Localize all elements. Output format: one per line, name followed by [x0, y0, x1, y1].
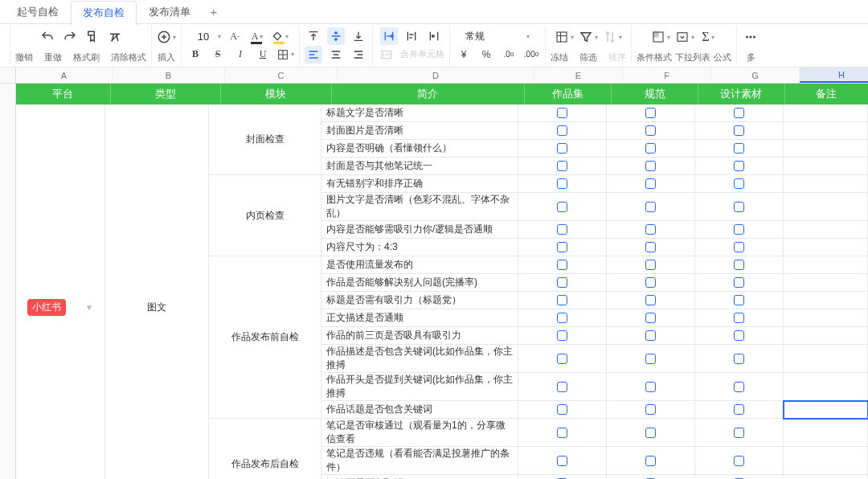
cell-checkbox[interactable] — [607, 239, 695, 256]
checkbox-icon[interactable] — [645, 108, 656, 118]
cell-desc[interactable]: 标题是否需有吸引力（标题党） — [321, 292, 518, 309]
clear-format-button[interactable] — [106, 28, 124, 46]
cell-checkbox[interactable] — [518, 327, 607, 345]
cell-checkbox[interactable] — [695, 122, 784, 140]
cell-checkbox[interactable] — [607, 327, 695, 345]
checkbox-icon[interactable] — [645, 313, 656, 323]
col-E[interactable]: E — [534, 68, 623, 83]
checkbox-icon[interactable] — [734, 313, 744, 323]
currency-button[interactable]: ¥ — [455, 46, 473, 63]
cell-checkbox[interactable] — [607, 221, 695, 239]
cell-checkbox[interactable] — [695, 175, 784, 193]
checkbox-icon[interactable] — [557, 224, 567, 235]
wrap-clip-button[interactable] — [425, 27, 443, 45]
checkbox-icon[interactable] — [557, 108, 567, 118]
undo-button[interactable] — [39, 28, 56, 46]
formula-button[interactable]: Σ▾ — [699, 28, 717, 46]
dropdown-icon[interactable]: ▼ — [85, 303, 93, 312]
decrease-font-button[interactable]: A- — [226, 27, 244, 45]
hdr-desc[interactable]: 简介 — [332, 84, 525, 104]
hdr-spec[interactable]: 规范 — [612, 84, 698, 104]
cell-checkbox[interactable] — [518, 345, 607, 373]
cell-remark[interactable] — [784, 175, 868, 193]
border-button[interactable]: ▾ — [276, 46, 294, 63]
checkbox-icon[interactable] — [645, 404, 656, 415]
cell-platform[interactable]: 小红书 ▼ — [16, 104, 105, 479]
cell-checkbox[interactable] — [607, 401, 695, 419]
add-tab-button[interactable]: + — [203, 5, 225, 18]
cell-desc[interactable]: 内容是否能够需吸引力你/逻辑是否通顺 — [321, 221, 518, 239]
checkbox-icon[interactable] — [557, 125, 567, 136]
cell-checkbox[interactable] — [607, 274, 695, 292]
cell-desc[interactable]: 作品开头是否提到关键词(比如作品集，你主推搏 — [321, 373, 518, 401]
cell-checkbox[interactable] — [518, 447, 607, 475]
insert-button[interactable]: ▾ — [157, 28, 176, 46]
cell-desc[interactable]: 封面是否与其他笔记统一 — [321, 158, 518, 175]
cell-checkbox[interactable] — [695, 256, 784, 274]
checkbox-icon[interactable] — [734, 224, 744, 235]
valign-top-button[interactable] — [305, 27, 322, 45]
checkbox-icon[interactable] — [734, 456, 744, 466]
checkbox-icon[interactable] — [734, 382, 744, 392]
cell-remark[interactable] — [784, 419, 868, 447]
col-D[interactable]: D — [338, 68, 534, 83]
cell-checkbox[interactable] — [607, 373, 695, 401]
checkbox-icon[interactable] — [557, 178, 567, 189]
checkbox-icon[interactable] — [557, 143, 567, 154]
cell-remark[interactable] — [784, 122, 868, 140]
hdr-type[interactable]: 类型 — [111, 84, 221, 104]
cell-checkbox[interactable] — [607, 140, 695, 158]
cell-desc[interactable]: 封面图片是否清晰 — [321, 122, 518, 140]
checkbox-icon[interactable] — [734, 260, 744, 270]
cell-checkbox[interactable] — [607, 419, 695, 447]
spreadsheet-grid[interactable]: 平台 类型 模块 简介 作品集 规范 设计素材 备注 小红书 ▼ 图文 封面检查… — [16, 84, 868, 479]
font-size-selector[interactable]: 10▾ — [192, 31, 221, 43]
wrap-wrap-button[interactable] — [403, 27, 420, 45]
checkbox-icon[interactable] — [645, 202, 656, 212]
checkbox-icon[interactable] — [557, 202, 567, 212]
checkbox-icon[interactable] — [734, 143, 744, 154]
cell-checkbox[interactable] — [607, 158, 695, 175]
col-B[interactable]: B — [113, 68, 225, 83]
cell-desc[interactable]: 作品描述是否包含关键词(比如作品集，你主推搏 — [321, 345, 518, 373]
checkbox-icon[interactable] — [645, 260, 656, 270]
cell-checkbox[interactable] — [607, 292, 695, 309]
cell-checkbox[interactable] — [518, 221, 607, 239]
cell-desc[interactable]: 正文描述是否通顺 — [321, 309, 518, 327]
checkbox-icon[interactable] — [645, 178, 656, 189]
cell-remark[interactable] — [784, 292, 868, 309]
cell-module[interactable]: 作品发布后自检 — [209, 419, 321, 479]
cell-checkbox[interactable] — [695, 274, 784, 292]
cell-remark[interactable] — [784, 475, 868, 479]
checkbox-icon[interactable] — [734, 277, 744, 288]
cell-checkbox[interactable] — [607, 256, 695, 274]
checkbox-icon[interactable] — [645, 295, 656, 305]
cell-checkbox[interactable] — [695, 475, 784, 479]
cell-checkbox[interactable] — [695, 158, 784, 175]
checkbox-icon[interactable] — [557, 382, 567, 392]
filter-button[interactable]: ▾ — [579, 28, 598, 46]
cell-checkbox[interactable] — [518, 256, 607, 274]
tab-qihaozijian[interactable]: 起号自检 — [5, 0, 71, 24]
checkbox-icon[interactable] — [645, 277, 656, 288]
cell-remark[interactable] — [784, 239, 868, 256]
checkbox-icon[interactable] — [734, 354, 744, 364]
redo-button[interactable] — [61, 28, 79, 46]
valign-middle-button[interactable] — [327, 27, 345, 45]
cell-checkbox[interactable] — [695, 345, 784, 373]
cell-checkbox[interactable] — [695, 221, 784, 239]
col-C[interactable]: C — [225, 68, 338, 83]
cell-checkbox[interactable] — [518, 401, 607, 419]
cell-checkbox[interactable] — [518, 158, 607, 175]
hdr-platform[interactable]: 平台 — [16, 84, 111, 104]
cell-checkbox[interactable] — [607, 309, 695, 327]
checkbox-icon[interactable] — [734, 404, 744, 415]
sort-button[interactable]: ▾ — [603, 28, 622, 46]
tab-fabuzijian[interactable]: 发布自检 — [71, 1, 137, 25]
checkbox-icon[interactable] — [557, 404, 567, 415]
valign-bottom-button[interactable] — [350, 27, 367, 45]
fill-color-button[interactable]: ▾ — [271, 27, 289, 45]
checkbox-icon[interactable] — [734, 178, 744, 189]
cell-checkbox[interactable] — [518, 373, 607, 401]
cell-module[interactable]: 内页检查 — [209, 175, 321, 256]
